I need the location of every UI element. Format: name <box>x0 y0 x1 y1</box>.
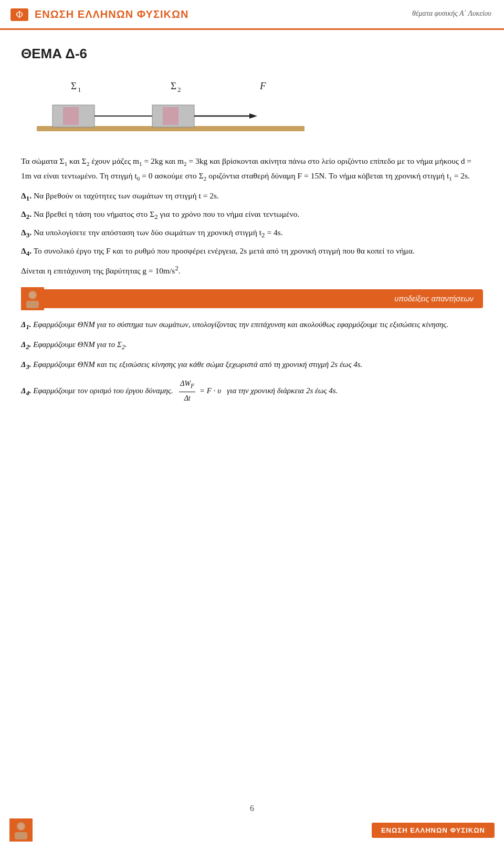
svg-text:Σ: Σ <box>171 80 176 91</box>
hint-bar-wrapper: υποδείξεις απαντήσεων <box>21 287 483 310</box>
svg-text:Σ: Σ <box>71 80 77 91</box>
page-number: 6 <box>0 804 504 813</box>
svg-text:Φ: Φ <box>16 9 23 20</box>
svg-marker-14 <box>249 113 257 119</box>
solution-delta3: Δ3. Εφαρμόζουμε ΘΝΜ και τις εξισώσεις κί… <box>21 358 483 373</box>
hint-orange-bar: υποδείξεις απαντήσεων <box>44 289 483 308</box>
tema-title: ΘΕΜΑ Δ-6 <box>21 46 483 62</box>
solution-delta2: Δ2. Εφαρμόζουμε ΘΝΜ για το Σ2. <box>21 338 483 353</box>
logo-area: Φ ΕΝΩΣΗ ΕΛΛΗΝΩΝ ΦΥΣΙΚΩΝ <box>9 4 188 24</box>
svg-rect-12 <box>163 107 178 125</box>
solution-delta1: Δ1. Εφαρμόζουμε ΘΝΜ για το σύστημα των σ… <box>21 318 483 333</box>
footer-avatar-icon <box>9 818 33 842</box>
hint-avatar-icon <box>21 287 44 310</box>
solution-delta4: Δ4. Εφαρμόζουμε τον ορισμό του έργου δύν… <box>21 377 483 405</box>
main-content: ΘΕΜΑ Δ-6 Σ 1 Σ 2 F <box>0 30 504 425</box>
delta1-question: Δ1. Να βρεθούν οι ταχύτητες των σωμάτων … <box>21 189 483 204</box>
footer-bar: ΕΝΩΣΗ ΕΛΛΗΝΩΝ ΦΥΣΙΚΩΝ <box>0 818 504 842</box>
svg-text:F: F <box>259 80 266 91</box>
physics-diagram: Σ 1 Σ 2 F <box>21 75 483 145</box>
page-footer: 6 ΕΝΩΣΗ ΕΛΛΗΝΩΝ ΦΥΣΙΚΩΝ <box>0 804 504 842</box>
svg-point-22 <box>18 823 24 829</box>
svg-text:2: 2 <box>177 86 181 93</box>
logo-icon: Φ <box>9 4 29 24</box>
hint-bar-text: υποδείξεις απαντήσεων <box>394 295 474 303</box>
delta4-question: Δ4. Το συνολικό έργο της F και το ρυθμό … <box>21 244 483 259</box>
footer-logo-text: ΕΝΩΣΗ ΕΛΛΗΝΩΝ ΦΥΣΙΚΩΝ <box>372 823 495 838</box>
svg-rect-17 <box>26 301 39 308</box>
header-subtitle: θέματα φυσικής Α΄ Λυκείου <box>412 9 491 18</box>
delta2-question: Δ2. Να βρεθεί η τάση του νήματος στο Σ2 … <box>21 207 483 223</box>
problem-intro: Τα σώματα Σ1 και Σ2 έχουν μάζες m1 = 2kg… <box>21 154 483 184</box>
delta3-question: Δ3. Να υπολογίσετε την απόσταση των δύο … <box>21 226 483 241</box>
svg-rect-9 <box>63 107 79 125</box>
header-title: ΕΝΩΣΗ ΕΛΛΗΝΩΝ ΦΥΣΙΚΩΝ <box>35 8 188 20</box>
given-text: Δίνεται η επιτάχυνση της βαρύτητας g = 1… <box>21 262 483 278</box>
svg-text:1: 1 <box>78 86 81 93</box>
page-header: Φ ΕΝΩΣΗ ΕΛΛΗΝΩΝ ΦΥΣΙΚΩΝ θέματα φυσικής Α… <box>0 0 504 30</box>
svg-rect-21 <box>15 832 27 839</box>
svg-point-18 <box>29 292 36 298</box>
